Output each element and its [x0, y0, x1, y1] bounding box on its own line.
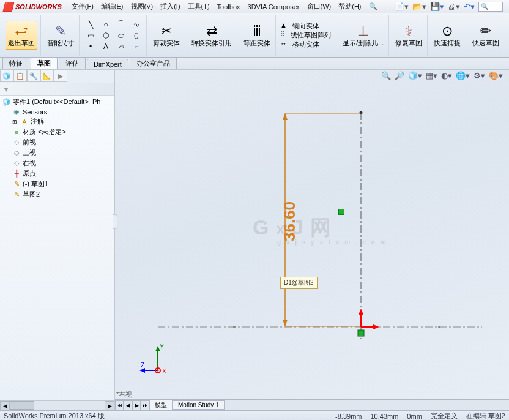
- tree-sensors[interactable]: ◉ Sensors: [1, 107, 113, 116]
- plane-tool[interactable]: ▱: [114, 41, 128, 52]
- svg-point-22: [157, 370, 159, 372]
- bottom-nav-first[interactable]: ⏮: [115, 400, 124, 410]
- ribbon-group-modify: ✂ 剪裁实体: [148, 15, 185, 56]
- menu-help[interactable]: 帮助(H): [335, 1, 365, 12]
- bottom-nav-prev[interactable]: ◀: [124, 400, 132, 410]
- tab-sketch[interactable]: 草图: [31, 57, 58, 69]
- tab-evaluate[interactable]: 评估: [59, 57, 86, 69]
- status-x: -8.39mm: [335, 413, 362, 420]
- ribbon-group-sketch-tools: ╲ ○ ⌒ ∿ ▭ ⬡ ⬭ ⬯ • A ▱ ⌐: [81, 15, 147, 56]
- text-tool[interactable]: A: [99, 41, 113, 52]
- linear-pattern-button[interactable]: 线性草图阵列: [289, 31, 333, 40]
- menu-toolbox[interactable]: Toolbox: [214, 2, 244, 12]
- menu-window[interactable]: 窗口(W): [303, 1, 335, 12]
- display-delete-button[interactable]: ⊥ 显示/删除几...: [341, 23, 385, 48]
- tree-right[interactable]: ◇ 右视: [1, 158, 113, 168]
- arc-tool[interactable]: ⌒: [114, 19, 128, 30]
- menu-composer[interactable]: 3DVIA Composer: [244, 2, 303, 12]
- logo-text: SOLIDWORKS: [15, 3, 62, 10]
- slot-tool[interactable]: ⬭: [114, 30, 128, 41]
- ellipse-tool[interactable]: ⬯: [130, 30, 143, 41]
- filter-icon[interactable]: ▼: [2, 85, 10, 94]
- sidebar-scrollbar[interactable]: ◀ ▶: [0, 400, 114, 410]
- scroll-thumb[interactable]: [10, 401, 34, 410]
- smart-dimension-button[interactable]: ✎ 智能尺寸: [45, 23, 76, 48]
- search-input[interactable]: 🔍: [478, 2, 503, 12]
- offset-button[interactable]: ⅲ 等距实体: [242, 23, 272, 48]
- svg-marker-4: [283, 113, 288, 120]
- sidebar-tab-feature[interactable]: 🧊: [0, 70, 13, 82]
- spline-tool[interactable]: ∿: [130, 19, 143, 30]
- convert-label: 转换实体引用: [191, 39, 232, 47]
- tree-top[interactable]: ◇ 上视: [1, 148, 113, 158]
- menu-file[interactable]: 文件(F): [68, 1, 97, 12]
- rapid-sketch-button[interactable]: ✏ 快速草图: [470, 23, 501, 48]
- line-tool[interactable]: ╲: [84, 19, 97, 30]
- convert-button[interactable]: ⇄ 转换实体引用: [190, 23, 234, 48]
- svg-text:X: X: [162, 368, 166, 375]
- part-icon: 🧊: [2, 98, 11, 106]
- menu-tools[interactable]: 工具(T): [184, 1, 214, 12]
- dimension-value[interactable]: 36.60: [280, 201, 299, 241]
- sidebar-filter-row: ▼: [0, 83, 114, 96]
- material-icon: ≡: [12, 129, 21, 136]
- mirror-button[interactable]: 镜向实体: [291, 21, 321, 31]
- tree-annotations[interactable]: ⊞ A 注解: [1, 116, 113, 127]
- trim-label: 剪裁实体: [153, 39, 180, 47]
- move-button[interactable]: 移动实体: [291, 40, 321, 49]
- undo-icon[interactable]: ↶▾: [464, 2, 475, 11]
- rect-tool[interactable]: ▭: [84, 30, 97, 41]
- tree-sketch2[interactable]: ✎ 草图2: [1, 189, 113, 200]
- open-icon[interactable]: 📂▾: [412, 2, 426, 11]
- relation-badge[interactable]: [338, 209, 344, 215]
- quick-snap-icon: ⊙: [434, 23, 461, 39]
- tab-dimxpert[interactable]: DimXpert: [87, 59, 128, 69]
- svg-rect-12: [358, 330, 364, 336]
- sidebar-tab-property[interactable]: 📋: [13, 70, 27, 82]
- sidebar-tab-display[interactable]: ▶: [54, 70, 67, 82]
- feature-tree: 🧊 零件1 (Default<<Default>_Ph ◉ Sensors ⊞ …: [0, 96, 114, 400]
- scroll-left-icon[interactable]: ◀: [0, 401, 10, 411]
- sidebar-tab-dimxpert[interactable]: 📐: [40, 70, 54, 82]
- tree-root[interactable]: 🧊 零件1 (Default<<Default>_Ph: [1, 97, 113, 107]
- status-z: 0mm: [407, 413, 422, 420]
- menu-view[interactable]: 视图(V): [127, 1, 157, 12]
- tab-office[interactable]: 办公室产品: [130, 57, 177, 69]
- quick-snap-label: 快速捕捉: [434, 39, 461, 47]
- menu-edit[interactable]: 编辑(E): [97, 1, 127, 12]
- quick-snap-button[interactable]: ⊙ 快速捕捉: [432, 23, 463, 48]
- menu-search-icon[interactable]: 🔍: [365, 1, 381, 12]
- fillet-tool[interactable]: ⌐: [130, 41, 143, 52]
- tree-material[interactable]: ≡ 材质 <未指定>: [1, 127, 113, 137]
- smart-dimension-icon: ✎: [47, 23, 74, 39]
- tab-features[interactable]: 特征: [2, 57, 29, 69]
- tree-front[interactable]: ◇ 前视: [1, 137, 113, 148]
- rapid-sketch-label: 快速草图: [472, 39, 499, 47]
- exit-sketch-button[interactable]: ⮐ 退出草图: [6, 21, 37, 50]
- bottom-nav-last[interactable]: ⏭: [141, 400, 149, 410]
- print-icon[interactable]: 🖨▾: [448, 2, 460, 11]
- new-icon[interactable]: 📄▾: [395, 2, 409, 11]
- bottom-tab-model[interactable]: 模型: [149, 400, 173, 411]
- ribbon-group-dimension: ✎ 智能尺寸: [42, 15, 80, 56]
- bottom-tab-motion[interactable]: Motion Study 1: [173, 400, 225, 410]
- save-icon[interactable]: 💾▾: [430, 2, 444, 11]
- menu-insert[interactable]: 插入(I): [157, 1, 184, 12]
- trim-button[interactable]: ✂ 剪裁实体: [151, 23, 182, 48]
- point-tool[interactable]: •: [84, 41, 97, 52]
- panel-resizer[interactable]: [113, 214, 117, 229]
- mirror-icon: ▲: [280, 21, 287, 31]
- tree-top-label: 上视: [23, 148, 36, 157]
- repair-button[interactable]: ⚕ 修复草图: [393, 23, 424, 48]
- ribbon-group-offset: ⅲ 等距实体: [239, 15, 276, 56]
- bottom-nav-next[interactable]: ▶: [132, 400, 141, 410]
- tree-origin[interactable]: ╋ 原点: [1, 168, 113, 179]
- tree-sketch1[interactable]: ✎ (-) 草图1: [1, 179, 113, 189]
- graphics-viewport[interactable]: 🔍 🔎 🧊▾ ▦▾ ◐▾ 🌐▾ ⚙▾ 🎨▾ G X J 网 g x j s y …: [115, 70, 509, 410]
- scroll-right-icon[interactable]: ▶: [105, 401, 114, 411]
- poly-tool[interactable]: ⬡: [99, 30, 113, 41]
- circle-tool[interactable]: ○: [99, 19, 113, 30]
- expand-icon[interactable]: ⊞: [12, 119, 18, 125]
- plane-icon: ◇: [12, 149, 21, 157]
- sidebar-tab-config[interactable]: 🔧: [27, 70, 40, 82]
